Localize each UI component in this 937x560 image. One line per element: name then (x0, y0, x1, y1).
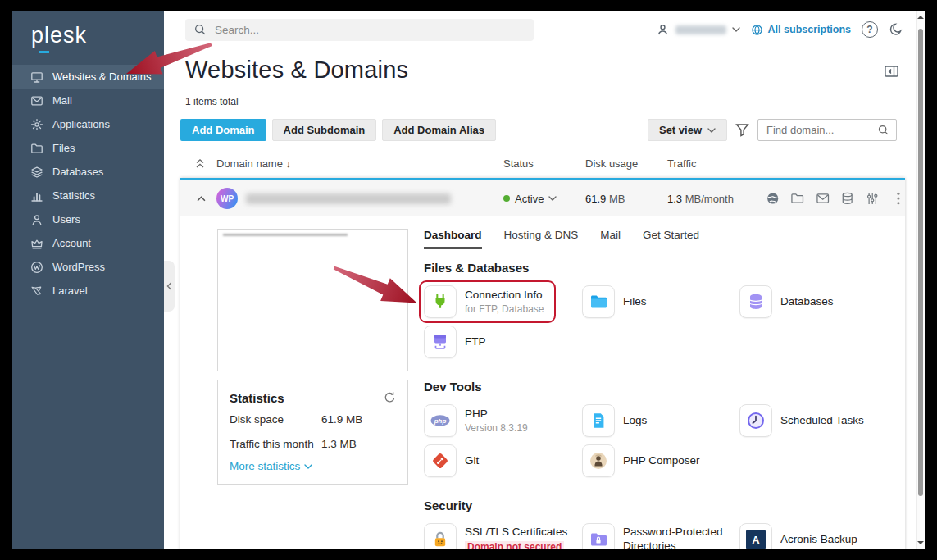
domain-not-secured-badge: Domain not secured (465, 541, 564, 549)
folder-icon (30, 142, 43, 155)
sidebar-item-websites-domains[interactable]: Websites & Domains (12, 65, 164, 89)
table-header: Domain name ↓ Status Disk usage Traffic (180, 157, 905, 170)
wordpress-avatar: WP (216, 188, 238, 209)
scroll-down-arrow[interactable] (917, 541, 924, 544)
help-icon[interactable]: ? (862, 21, 878, 38)
sidebar-item-wordpress[interactable]: WordPress (12, 255, 164, 279)
column-header-traffic[interactable]: Traffic (667, 157, 766, 170)
gear-icon (30, 118, 43, 131)
user-menu[interactable] (656, 23, 740, 37)
sidebar-item-databases[interactable]: Databases (12, 160, 164, 184)
username-redacted (675, 25, 726, 34)
database-icon[interactable] (840, 191, 854, 206)
sidebar-item-label: Users (52, 213, 80, 225)
mail-icon[interactable] (816, 191, 830, 206)
column-header-status[interactable]: Status (503, 157, 585, 170)
scroll-up-arrow[interactable] (917, 16, 924, 19)
filter-funnel-icon[interactable] (735, 123, 749, 137)
plug-icon (424, 285, 457, 318)
mail-icon (30, 94, 43, 107)
logs-tool[interactable]: Logs (582, 403, 739, 439)
log-document-icon (582, 404, 615, 437)
add-subdomain-button[interactable]: Add Subdomain (272, 119, 377, 141)
dark-mode-moon-icon[interactable] (889, 22, 903, 37)
chevron-down-icon (707, 128, 716, 133)
global-search[interactable] (185, 19, 534, 41)
padlock-icon (424, 523, 457, 549)
monitor-icon (30, 71, 43, 84)
files-tool[interactable]: Files (582, 284, 739, 320)
clock-icon (739, 404, 772, 437)
find-domain-input[interactable] (765, 123, 877, 137)
all-subscriptions-link[interactable]: All subscriptions (751, 24, 851, 36)
sidebar-item-users[interactable]: Users (12, 207, 164, 231)
sidebar-item-label: Applications (52, 118, 110, 130)
ssl-tls-certificates-tool[interactable]: SSL/TLS Certificates Domain not secured (424, 521, 582, 549)
set-view-button[interactable]: Set view (648, 119, 727, 141)
collapse-panel-icon[interactable] (885, 65, 898, 78)
search-icon (193, 23, 207, 36)
more-statistics-link[interactable]: More statistics (230, 460, 396, 472)
acronis-backup-tool[interactable]: A Acronis Backup (739, 521, 884, 549)
connection-info-tool[interactable]: Connection Info for FTP, Database (419, 280, 556, 323)
toolbar: Add Domain Add Subdomain Add Domain Alia… (164, 107, 917, 141)
collapse-all-icon[interactable] (195, 158, 205, 169)
layers-icon (30, 166, 43, 179)
sidebar-item-statistics[interactable]: Statistics (12, 184, 164, 207)
svg-text:A: A (752, 534, 760, 546)
search-input[interactable] (213, 23, 525, 37)
tab-hosting-dns[interactable]: Hosting & DNS (504, 229, 579, 248)
column-header-domain[interactable]: Domain name ↓ (216, 157, 503, 170)
sidebar-item-label: WordPress (52, 261, 105, 273)
statistics-panel: Statistics Disk space61.9 MB Traffic thi… (217, 380, 408, 485)
site-preview-thumbnail[interactable] (217, 229, 408, 371)
php-icon: php (424, 404, 457, 437)
add-domain-button[interactable]: Add Domain (180, 119, 266, 141)
column-header-disk[interactable]: Disk usage (585, 157, 667, 170)
open-site-globe-icon[interactable] (766, 191, 780, 206)
tab-get-started[interactable]: Get Started (643, 229, 699, 248)
ftp-tool[interactable]: FTP (424, 324, 582, 360)
acronis-icon: A (739, 523, 772, 549)
vertical-scrollbar[interactable] (916, 11, 925, 549)
status-label: Active (515, 193, 544, 205)
sidebar-item-laravel[interactable]: Laravel (12, 279, 164, 303)
find-domain-box[interactable] (757, 119, 897, 141)
sidebar-item-account[interactable]: Account (12, 231, 164, 255)
disk-usage-cell: 61.9 MB (585, 193, 667, 205)
sidebar-item-mail[interactable]: Mail (12, 89, 164, 112)
chevron-down-icon (304, 464, 312, 469)
git-tool[interactable]: Git (424, 443, 582, 479)
collapse-row-icon[interactable] (197, 196, 206, 202)
svg-text:php: php (434, 417, 447, 425)
php-composer-tool[interactable]: PHP Composer (582, 443, 739, 479)
settings-sliders-icon[interactable] (866, 192, 879, 206)
sidebar-item-applications[interactable]: Applications (12, 112, 164, 136)
sidebar-collapse-handle[interactable] (164, 261, 175, 312)
sidebar-item-label: Mail (52, 94, 72, 107)
password-protected-directories-tool[interactable]: Password-Protected Directories (582, 521, 739, 549)
add-domain-alias-button[interactable]: Add Domain Alias (382, 119, 496, 141)
scrollbar-thumb[interactable] (918, 29, 923, 496)
files-folder-icon[interactable] (790, 191, 804, 206)
tab-mail[interactable]: Mail (600, 229, 621, 248)
sidebar-item-label: Laravel (52, 285, 88, 297)
php-tool[interactable]: php PHP Version 8.3.19 (424, 403, 582, 439)
laravel-icon (30, 285, 43, 298)
kebab-menu-icon[interactable] (897, 192, 900, 205)
section-dev-tools: Dev Tools (424, 380, 884, 394)
all-subscriptions-label: All subscriptions (768, 24, 851, 35)
scheduled-tasks-tool[interactable]: Scheduled Tasks (739, 403, 884, 439)
status-dropdown[interactable]: Active (503, 193, 585, 205)
refresh-icon[interactable] (384, 391, 396, 403)
chevron-down-icon (732, 27, 740, 32)
databases-tool[interactable]: Databases (739, 284, 884, 320)
tab-dashboard[interactable]: Dashboard (424, 229, 482, 249)
sidebar-item-files[interactable]: Files (12, 136, 164, 160)
domain-name-redacted[interactable] (246, 193, 451, 204)
globe-icon (751, 24, 763, 36)
wordpress-icon (30, 261, 43, 274)
plesk-logo-accent (39, 51, 49, 53)
statistics-title: Statistics (230, 391, 284, 405)
topbar-right: All subscriptions ? (656, 21, 917, 38)
